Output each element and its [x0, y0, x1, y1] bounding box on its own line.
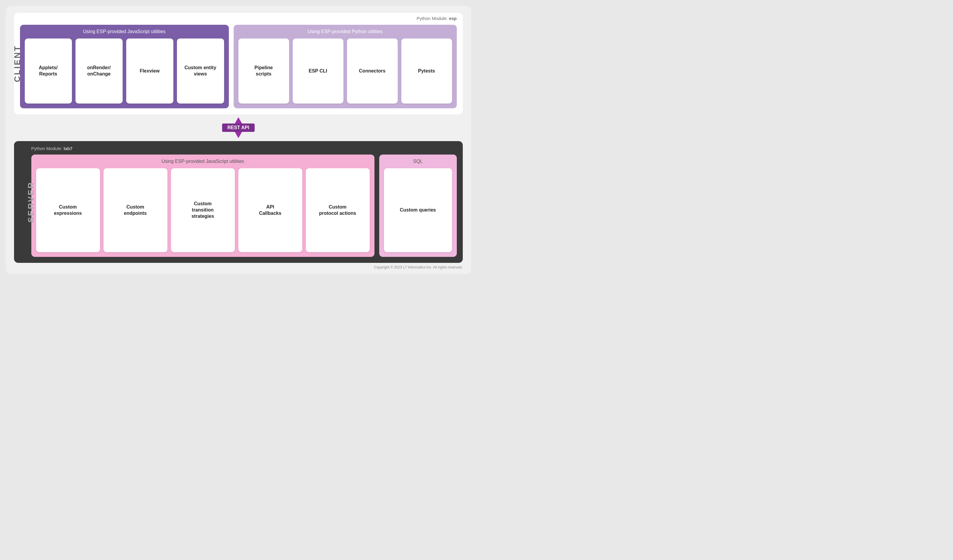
card-onrender-onchange: onRender/onChange: [76, 39, 123, 104]
server-section: SERVER Python Module: lab7 Using ESP-pro…: [14, 141, 463, 263]
sql-box: SQL Custom queries: [379, 155, 457, 257]
card-custom-endpoints: Customendpoints: [104, 168, 168, 252]
card-custom-entity-views: Custom entityviews: [177, 39, 224, 104]
arrow-container: REST API: [220, 116, 256, 140]
card-custom-queries: Custom queries: [384, 168, 452, 252]
server-label: SERVER: [26, 181, 36, 223]
card-esp-cli: ESP CLI: [293, 39, 343, 104]
card-pipeline-scripts: Pipelinescripts: [238, 39, 289, 104]
card-flexview: Flexview: [126, 39, 173, 104]
py-cards-row: Pipelinescripts ESP CLI Connectors Pytes…: [238, 39, 452, 104]
card-custom-transition-strategies: Customtransitionstrategies: [171, 168, 235, 252]
server-js-title: Using ESP-provided JavaScript utilities: [36, 159, 370, 164]
card-applets-reports: Applets/Reports: [25, 39, 72, 104]
js-utilities-title: Using ESP-provided JavaScript utilities: [25, 29, 224, 34]
client-label: CLIENT: [12, 45, 22, 82]
rest-api-label: REST API: [222, 124, 255, 132]
sql-cards-row: Custom queries: [384, 168, 452, 252]
sql-title: SQL: [384, 159, 452, 164]
card-custom-protocol-actions: Customprotocol actions: [306, 168, 370, 252]
py-utilities-box: Using ESP-provided Python utilities Pipe…: [234, 25, 457, 108]
js-utilities-box: Using ESP-provided JavaScript utilities …: [20, 25, 229, 108]
diagram-wrapper: CLIENT Python Module: esp Using ESP-prov…: [6, 6, 471, 274]
card-connectors: Connectors: [347, 39, 398, 104]
server-cards-row: Customexpressions Customendpoints Custom…: [36, 168, 370, 252]
client-inner: Using ESP-provided JavaScript utilities …: [20, 25, 457, 108]
client-section: CLIENT Python Module: esp Using ESP-prov…: [14, 13, 463, 114]
card-api-callbacks: APICallbacks: [238, 168, 302, 252]
rest-api-section: REST API: [14, 114, 463, 141]
server-js-box: Using ESP-provided JavaScript utilities …: [31, 155, 374, 257]
copyright: Copyright © 2023 L7 Informatics Inc. All…: [14, 265, 463, 269]
py-utilities-title: Using ESP-provided Python utilities: [238, 29, 452, 34]
js-cards-row: Applets/Reports onRender/onChange Flexvi…: [25, 39, 224, 104]
python-module-top: Python Module: esp: [416, 16, 456, 21]
server-inner: Using ESP-provided JavaScript utilities …: [31, 155, 457, 257]
python-module-server: Python Module: lab7: [31, 146, 457, 151]
card-custom-expressions: Customexpressions: [36, 168, 100, 252]
card-pytests: Pytests: [401, 39, 452, 104]
